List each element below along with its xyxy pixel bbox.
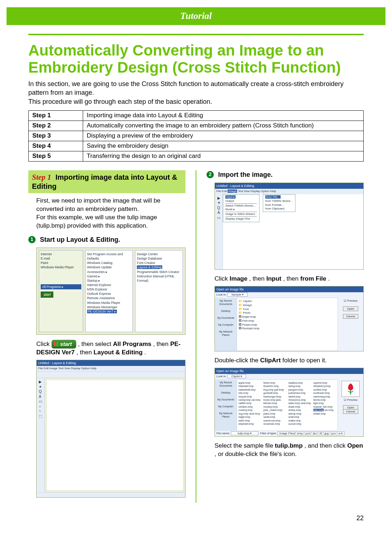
top-rule [28, 34, 364, 35]
column-divider [196, 170, 196, 503]
bold-term: All Programs [113, 341, 151, 347]
step-desc: Displaying a preview of the embroidery [83, 131, 364, 141]
screenshot-open-dialog-clipart: Open an image file Look in: ClipArt ▾ My… [215, 368, 364, 437]
text: Select the sample file [215, 442, 275, 449]
step-number: Step 1 [32, 173, 51, 182]
bullet-text: Import the image. [218, 170, 273, 179]
steps-table: Step 1 Importing image data into Layout … [28, 110, 364, 162]
instruction-line: Select the sample file tulip.bmp , and t… [215, 442, 364, 459]
table-row: Step 5 Transferring the design to an ori… [29, 151, 364, 161]
intro-line-2: This procedure will go through each step… [28, 97, 364, 106]
text: Click [36, 341, 52, 347]
step-desc: Importing image data into Layout & Editi… [83, 111, 364, 121]
screenshot-layout-editing-empty: Untitled - Layout & Editing File Edit Im… [36, 360, 185, 498]
step-label: Step 1 [29, 111, 83, 121]
start-button-chip: start [52, 340, 77, 349]
intro-line-1: In this section, we are going to use the… [28, 80, 364, 97]
instruction-line: Click start , then select All Programs ,… [36, 340, 185, 357]
table-row: Step 1 Importing image data into Layout … [29, 111, 364, 121]
text: , then [77, 349, 94, 356]
step-label: Step 2 [29, 121, 83, 131]
screenshot-start-menu: InternetE-mailPaintWindows Media Player … [36, 248, 185, 335]
step-desc: Saving the embroidery design [83, 141, 364, 151]
text: , then [283, 275, 300, 282]
right-column: 2 Import the image. Untitled - Layout & … [207, 170, 364, 503]
step-label: Step 5 [29, 151, 83, 161]
text: , then [153, 341, 170, 347]
table-row: Step 4 Saving the embroidery design [29, 141, 364, 151]
step-title: Importing image data into Layout & Editi… [32, 173, 177, 190]
numbered-bullet-icon: 2 [207, 171, 214, 178]
screenshot-open-dialog-sample: Open an image file Look in: Sample ▾ My … [215, 286, 364, 351]
step-label: Step 4 [29, 141, 83, 151]
text: , then select [78, 341, 113, 347]
screenshot-image-input-menu: Untitled - Layout & Editing File Edit Im… [215, 183, 364, 270]
text: Double-click the [215, 357, 260, 364]
page-title: Automatically Converting an Image to an … [28, 42, 364, 76]
step-desc: Automatically converting the image to an… [83, 121, 364, 131]
step-intro: First, we need to import the image that … [28, 197, 185, 230]
bold-term: Layout & Editing [94, 349, 143, 356]
text: , then [249, 275, 266, 282]
numbered-bullet-icon: 1 [28, 236, 36, 243]
bold-term: from File [300, 275, 326, 282]
step-label: Step 3 [29, 131, 83, 141]
text: , or double-click the file's icon. [215, 451, 297, 457]
bullet-text: Start up Layout & Editing. [40, 235, 120, 244]
bold-term: Open [347, 442, 363, 449]
bold-term: ClipArt [260, 357, 281, 364]
instruction-line: Click Image , then Input , then from Fil… [215, 275, 364, 283]
instruction-line: Double-click the ClipArt folder to open … [215, 357, 364, 365]
step-heading: Step 1 Importing image data into Layout … [28, 170, 185, 193]
step-intro-line: For this example, we will use the tulip … [36, 213, 183, 230]
step-intro-line: First, we need to import the image that … [36, 197, 183, 213]
table-row: Step 3 Displaying a preview of the embro… [29, 131, 364, 141]
header-banner: Tutorial [7, 7, 385, 25]
bold-term: tulip.bmp [275, 442, 302, 449]
text: . [144, 349, 146, 356]
step-desc: Transferring the design to an original c… [83, 151, 364, 161]
text: . [328, 275, 330, 282]
bold-term: Input [266, 275, 282, 282]
intro-block: In this section, we are going to use the… [28, 80, 364, 106]
text: folder to open it. [282, 357, 327, 364]
text: Click [215, 275, 230, 282]
table-row: Step 2 Automatically converting the imag… [29, 121, 364, 131]
start-label: start [60, 341, 72, 348]
page-number: 22 [7, 514, 364, 522]
bold-term: Image [230, 275, 248, 282]
windows-flag-icon [54, 342, 59, 346]
left-column: Step 1 Importing image data into Layout … [28, 170, 185, 503]
text: , and then click [305, 442, 347, 449]
